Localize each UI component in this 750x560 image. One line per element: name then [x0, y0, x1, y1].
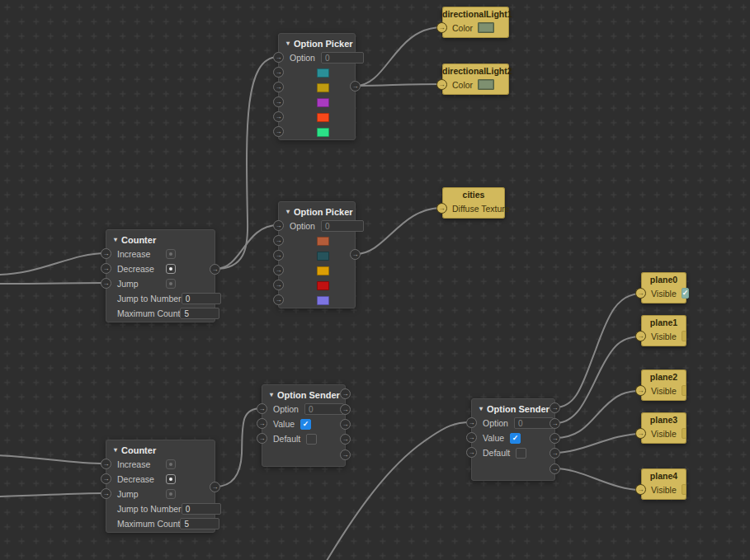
input-port-option[interactable]: → [273, 52, 284, 63]
input-port-option[interactable]: → [466, 417, 477, 428]
collapse-icon[interactable]: ▾ [114, 237, 117, 243]
option-input[interactable] [321, 52, 364, 64]
input-port-color-2[interactable]: → [273, 250, 284, 261]
visible-checkbox[interactable]: ✓ [682, 288, 690, 299]
input-port-color-2[interactable]: → [273, 82, 284, 92]
output-port-5[interactable]: → [340, 449, 351, 460]
input-port-value[interactable]: → [466, 432, 477, 443]
output-port-1[interactable]: → [340, 388, 351, 399]
option-input[interactable] [321, 220, 364, 232]
node-plane2[interactable]: plane2 Visible✓ → [641, 369, 686, 401]
node-directional-light-2[interactable]: directionalLight2 Color → [442, 64, 509, 95]
input-port-option[interactable]: → [257, 403, 267, 414]
increase-pulse-button[interactable] [166, 459, 176, 469]
decrease-pulse-button[interactable] [166, 264, 176, 274]
input-port-color-3[interactable]: → [273, 265, 284, 275]
output-port-1[interactable]: → [550, 402, 560, 413]
node-cities[interactable]: cities Diffuse Texture → [442, 187, 505, 219]
node-graph-canvas[interactable]: { "icons": { "collapse": "▾", "port_arro… [0, 0, 750, 560]
color-swatch[interactable] [317, 113, 329, 122]
node-option-picker-2[interactable]: ▾Option Picker Option → → → → → → → [278, 201, 356, 308]
jump-to-number-input[interactable] [182, 503, 221, 515]
output-port[interactable]: → [210, 482, 220, 492]
color-swatch[interactable] [317, 237, 329, 246]
option-input[interactable] [514, 417, 554, 429]
value-checkbox[interactable]: ✓ [510, 433, 521, 444]
node-plane1[interactable]: plane1 Visible✓ → [641, 315, 686, 346]
visible-checkbox[interactable]: ✓ [682, 385, 686, 396]
input-port-color-4[interactable]: → [273, 280, 284, 290]
input-port-increase[interactable]: → [101, 459, 111, 469]
maximum-count-input[interactable] [180, 308, 219, 319]
input-port-default[interactable]: → [257, 433, 267, 444]
output-port-3[interactable]: → [340, 419, 351, 430]
collapse-icon[interactable]: ▾ [286, 40, 290, 47]
node-counter-2[interactable]: ▾Counter Increase Decrease Jump Jump to … [106, 440, 215, 533]
increase-pulse-button[interactable] [166, 249, 176, 259]
node-directional-light-1[interactable]: directionalLight1 Color → [442, 7, 509, 38]
input-port-color-4[interactable]: → [273, 111, 284, 122]
input-port-jump[interactable]: → [101, 278, 111, 289]
node-option-sender-2[interactable]: ▾Option Sender Option Value✓ Default✓ → … [471, 398, 555, 481]
node-counter-1[interactable]: ▾Counter Increase Decrease Jump Jump to … [106, 229, 215, 322]
input-port-visible[interactable]: → [635, 484, 646, 495]
input-port-decrease[interactable]: → [101, 263, 111, 274]
color-swatch[interactable] [317, 266, 329, 275]
input-port-diffuse-texture[interactable]: → [436, 203, 447, 214]
collapse-icon[interactable]: ▾ [270, 392, 273, 398]
input-port-visible[interactable]: → [635, 385, 646, 396]
input-port-jump[interactable]: → [101, 488, 111, 499]
input-port-increase[interactable]: → [101, 248, 111, 259]
input-port-color-1[interactable]: → [273, 235, 284, 246]
color-swatch[interactable] [317, 128, 329, 137]
value-checkbox[interactable]: ✓ [300, 419, 311, 430]
input-port-option[interactable]: → [273, 220, 284, 231]
decrease-pulse-button[interactable] [166, 474, 176, 484]
node-option-sender-1[interactable]: ▾Option Sender Option Value✓ Default✓ → … [262, 384, 346, 467]
output-port[interactable]: → [350, 81, 361, 92]
input-port-visible[interactable]: → [635, 428, 646, 439]
jump-pulse-button[interactable] [166, 489, 176, 499]
node-plane3[interactable]: plane3 Visible✓ → [641, 412, 686, 444]
color-swatch[interactable] [317, 98, 329, 107]
output-port[interactable]: → [210, 264, 220, 275]
output-port[interactable]: → [350, 249, 361, 260]
input-port-decrease[interactable]: → [101, 473, 111, 484]
visible-checkbox[interactable]: ✓ [682, 484, 686, 495]
node-plane0[interactable]: plane0 Visible✓ → [641, 272, 686, 304]
default-checkbox[interactable]: ✓ [516, 448, 526, 459]
input-port-color[interactable]: → [436, 22, 447, 33]
color-value-swatch[interactable] [478, 79, 494, 90]
visible-checkbox[interactable]: ✓ [682, 428, 686, 439]
collapse-icon[interactable]: ▾ [286, 209, 290, 215]
maximum-count-input[interactable] [180, 518, 219, 529]
input-port-visible[interactable]: → [635, 288, 646, 299]
input-port-default[interactable]: → [466, 447, 477, 458]
color-value-swatch[interactable] [478, 22, 494, 33]
color-swatch[interactable] [317, 83, 329, 92]
node-plane4[interactable]: plane4 Visible✓ → [641, 468, 686, 500]
visible-checkbox[interactable]: ✓ [682, 331, 686, 341]
collapse-icon[interactable]: ▾ [114, 447, 117, 454]
output-port-3[interactable]: → [550, 433, 560, 444]
output-port-4[interactable]: → [550, 448, 560, 459]
color-swatch[interactable] [317, 252, 329, 261]
input-port-color-1[interactable]: → [273, 67, 284, 78]
default-checkbox[interactable]: ✓ [306, 434, 317, 445]
option-input[interactable] [304, 403, 344, 415]
output-port-5[interactable]: → [550, 464, 560, 474]
input-port-color-5[interactable]: → [273, 294, 284, 305]
output-port-2[interactable]: → [550, 418, 560, 429]
color-swatch[interactable] [317, 296, 329, 305]
input-port-color-5[interactable]: → [273, 126, 284, 137]
input-port-color-3[interactable]: → [273, 96, 284, 107]
collapse-icon[interactable]: ▾ [479, 406, 483, 412]
color-swatch[interactable] [317, 68, 329, 78]
jump-to-number-input[interactable] [182, 293, 221, 304]
color-swatch[interactable] [317, 281, 329, 290]
output-port-4[interactable]: → [340, 434, 351, 445]
input-port-color[interactable]: → [436, 79, 447, 90]
jump-pulse-button[interactable] [166, 279, 176, 289]
input-port-value[interactable]: → [257, 418, 267, 429]
node-option-picker-1[interactable]: ▾Option Picker Option → → → → → → → [278, 33, 356, 140]
